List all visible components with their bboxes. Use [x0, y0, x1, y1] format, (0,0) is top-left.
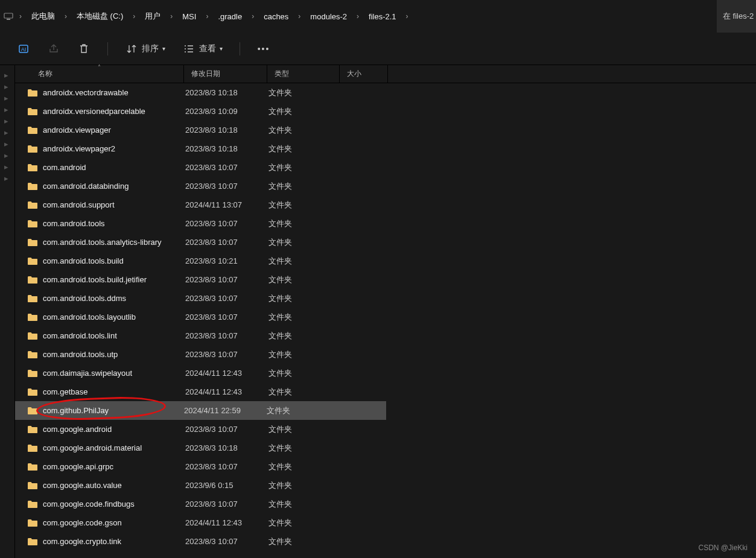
- cell-date: 2023/8/3 10:07: [185, 294, 268, 303]
- crumb[interactable]: 用户: [140, 7, 165, 25]
- table-row[interactable]: com.android.databinding2023/8/3 10:07文件夹: [15, 177, 756, 195]
- cell-type: 文件夹: [268, 387, 341, 398]
- table-row[interactable]: com.google.code.findbugs2023/8/3 10:07文件…: [15, 495, 756, 513]
- tree-chevron-icon[interactable]: ▸: [4, 82, 10, 88]
- chevron-down-icon: ▾: [220, 45, 223, 52]
- table-row[interactable]: com.daimajia.swipelayout2024/4/11 12:43文…: [15, 364, 756, 382]
- folder-icon: [27, 126, 38, 135]
- tree-chevron-icon[interactable]: ▸: [4, 105, 10, 111]
- tree-chevron-icon[interactable]: ▸: [4, 128, 10, 134]
- cell-name: com.google.android: [43, 425, 185, 434]
- cell-type: 文件夹: [268, 368, 341, 379]
- table-row[interactable]: com.android.tools.utp2023/8/3 10:07文件夹: [15, 345, 756, 364]
- sort-button[interactable]: 排序 ▾: [125, 42, 165, 55]
- crumb[interactable]: modules-2: [305, 8, 352, 25]
- table-row[interactable]: com.google.android2023/8/3 10:07文件夹: [15, 420, 756, 439]
- sort-icon: [125, 42, 138, 55]
- table-row[interactable]: com.github.PhilJay2024/4/11 22:59文件夹: [15, 401, 386, 420]
- column-name[interactable]: 名称 ˄: [15, 65, 184, 83]
- crumb[interactable]: files-2.1: [364, 8, 401, 25]
- table-row[interactable]: com.android2023/8/3 10:07文件夹: [15, 158, 756, 177]
- cell-date: 2024/4/11 13:07: [185, 200, 268, 209]
- pc-icon: [4, 11, 13, 21]
- table-row[interactable]: com.android.support2024/4/11 13:07文件夹: [15, 195, 756, 214]
- cell-name: androidx.vectordrawable: [43, 88, 185, 97]
- table-row[interactable]: androidx.versionedparcelable2023/8/3 10:…: [15, 102, 756, 121]
- table-row[interactable]: androidx.viewpager2023/8/3 10:18文件夹: [15, 121, 756, 139]
- table-row[interactable]: com.android.tools.analytics-library2023/…: [15, 233, 756, 252]
- table-row[interactable]: com.google.api.grpc2023/8/3 10:07文件夹: [15, 457, 756, 476]
- table-row[interactable]: com.google.auto.value2023/9/6 0:15文件夹: [15, 476, 756, 495]
- table-row[interactable]: com.google.code.gson2024/4/11 12:43文件夹: [15, 513, 756, 532]
- chevron-right-icon: ›: [352, 12, 364, 21]
- search-box[interactable]: 在 files-2: [717, 0, 756, 33]
- cell-date: 2023/8/3 10:07: [185, 331, 268, 340]
- rename-button[interactable]: AI: [17, 42, 30, 55]
- table-row[interactable]: com.google.crypto.tink2023/8/3 10:07文件夹: [15, 532, 756, 551]
- tree-chevron-icon[interactable]: ▸: [4, 139, 10, 145]
- chevron-right-icon: ›: [165, 12, 177, 21]
- folder-icon: [27, 89, 38, 97]
- table-row[interactable]: com.android.tools2023/8/3 10:07文件夹: [15, 214, 756, 233]
- crumb[interactable]: 本地磁盘 (C:): [72, 7, 128, 25]
- tree-chevron-icon[interactable]: ▸: [4, 116, 10, 122]
- table-row[interactable]: com.google.android.material2023/8/3 10:1…: [15, 439, 756, 457]
- trash-icon: [77, 42, 91, 55]
- cell-name: com.google.api.grpc: [43, 462, 185, 471]
- folder-icon: [27, 332, 38, 340]
- tree-chevron-icon[interactable]: ▸: [4, 71, 10, 77]
- cell-type: 文件夹: [268, 499, 341, 510]
- table-row[interactable]: com.android.tools.ddms2023/8/3 10:07文件夹: [15, 289, 756, 308]
- column-modified[interactable]: 修改日期: [184, 65, 267, 83]
- svg-text:AI: AI: [21, 46, 27, 52]
- folder-icon: [27, 500, 38, 509]
- cell-name: com.google.code.gson: [43, 518, 185, 527]
- crumb[interactable]: 此电脑: [27, 7, 60, 25]
- chevron-right-icon: ›: [401, 12, 413, 21]
- share-button[interactable]: [47, 42, 60, 55]
- table-row[interactable]: com.android.tools.lint2023/8/3 10:07文件夹: [15, 326, 756, 345]
- cell-name: com.android.tools: [43, 219, 185, 228]
- cell-type: 文件夹: [268, 274, 341, 285]
- cell-date: 2023/9/6 0:15: [185, 481, 268, 490]
- cell-date: 2023/8/3 10:07: [185, 462, 268, 471]
- view-button[interactable]: 查看 ▾: [182, 42, 223, 55]
- toolbar: AI 排序 ▾ 查看 ▾ •••: [0, 33, 756, 65]
- table-row[interactable]: com.getbase2024/4/11 12:43文件夹: [15, 382, 756, 401]
- nav-strip: ▸ ▸ ▸ ▸ ▸ ▸ ▸ ▸ ▸ ▸: [0, 65, 15, 558]
- column-size[interactable]: 大小: [340, 65, 388, 83]
- table-row[interactable]: androidx.vectordrawable2023/8/3 10:18文件夹: [15, 83, 756, 102]
- svg-rect-1: [7, 19, 10, 20]
- chevron-right-icon: ›: [201, 12, 213, 21]
- folder-icon: [27, 444, 38, 452]
- tree-chevron-icon[interactable]: ▸: [4, 162, 10, 168]
- cell-name: com.getbase: [43, 387, 185, 396]
- delete-button[interactable]: [77, 42, 91, 55]
- table-row[interactable]: androidx.viewpager22023/8/3 10:18文件夹: [15, 139, 756, 158]
- cell-type: 文件夹: [268, 349, 341, 360]
- table-row[interactable]: com.android.tools.build2023/8/3 10:21文件夹: [15, 252, 756, 270]
- tree-chevron-icon[interactable]: ▸: [4, 151, 10, 157]
- folder-icon: [27, 238, 38, 247]
- folder-icon: [27, 350, 38, 359]
- cell-date: 2023/8/3 10:07: [185, 425, 268, 434]
- tree-chevron-icon[interactable]: ▸: [4, 174, 10, 180]
- cell-name: androidx.viewpager2: [43, 144, 185, 153]
- more-button[interactable]: •••: [257, 42, 270, 55]
- crumb[interactable]: MSI: [177, 8, 201, 25]
- crumb[interactable]: caches: [259, 8, 293, 25]
- folder-icon: [27, 407, 38, 415]
- folder-icon: [27, 463, 38, 471]
- crumb[interactable]: .gradle: [213, 8, 247, 25]
- tree-chevron-icon[interactable]: ▸: [4, 94, 10, 100]
- file-list: androidx.vectordrawable2023/8/3 10:18文件夹…: [15, 83, 756, 558]
- cell-date: 2024/4/11 12:43: [185, 387, 268, 396]
- table-row[interactable]: com.android.tools.build.jetifier2023/8/3…: [15, 270, 756, 289]
- table-row[interactable]: com.android.tools.layoutlib2023/8/3 10:0…: [15, 308, 756, 326]
- column-type[interactable]: 类型: [267, 65, 340, 83]
- cell-date: 2023/8/3 10:21: [185, 256, 268, 265]
- separator: [240, 42, 240, 55]
- folder-icon: [27, 425, 38, 434]
- cell-date: 2023/8/3 10:07: [185, 219, 268, 228]
- cell-type: 文件夹: [268, 312, 341, 323]
